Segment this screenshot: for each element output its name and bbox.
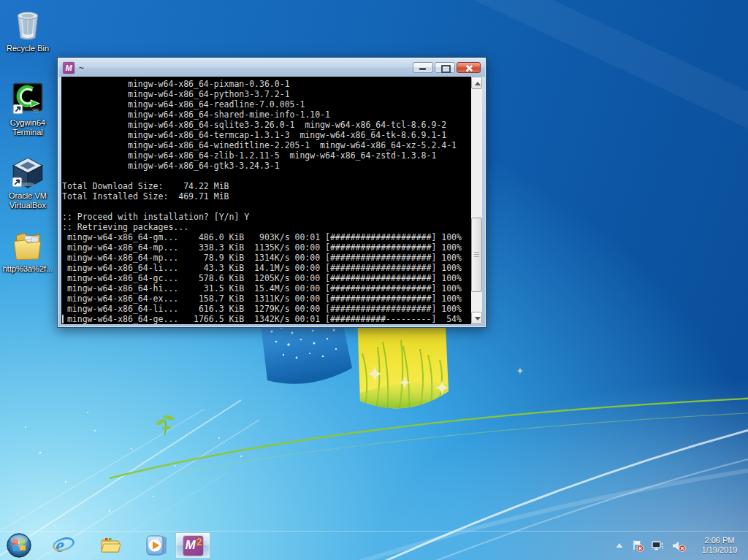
minimize-button[interactable] (413, 62, 433, 73)
start-button[interactable] (6, 532, 32, 559)
volume-muted-icon[interactable] (671, 540, 686, 552)
clock-date: 1/19/2019 (697, 545, 742, 555)
desktop-icon-label: http%3a%2f... (1, 264, 55, 274)
msys2-icon: M2 (183, 536, 203, 556)
terminal-cursor (62, 315, 64, 323)
desktop-icon-recycle-bin[interactable]: Recycle Bin (1, 6, 55, 53)
maximize-button[interactable] (435, 62, 455, 73)
desktop-icon-http-folder[interactable]: http%3a%2f... (1, 226, 55, 274)
clock-time: 2:06 PM (697, 536, 742, 545)
taskbar-media-player-button[interactable] (137, 531, 177, 560)
down-arrow-icon (475, 317, 481, 321)
close-button[interactable] (457, 62, 481, 73)
terminal-client-area: mingw-w64-x86_64-pixman-0.36.0-1 mingw-w… (61, 77, 482, 324)
virtualbox-icon (9, 153, 46, 190)
terminal-output[interactable]: mingw-w64-x86_64-pixman-0.36.0-1 mingw-w… (61, 77, 471, 324)
internet-explorer-icon: e (52, 534, 75, 557)
taskbar-clock[interactable]: 2:06 PM 1/19/2019 (692, 536, 742, 555)
terminal-scrollbar[interactable] (471, 77, 482, 324)
explorer-folder-icon (99, 534, 122, 557)
network-icon[interactable] (651, 540, 665, 552)
show-hidden-icons-button[interactable] (614, 541, 625, 550)
window-title: ~ (79, 63, 84, 73)
cygwin-terminal-icon (9, 80, 46, 117)
wallpaper-leaf-sprig (156, 414, 175, 435)
taskbar-msys2-button[interactable]: M2 (175, 532, 210, 559)
wallpaper-sparkle-dots (25, 412, 242, 526)
terminal-window: M ~ mingw-w64-x86_64-pixman-0.36.0-1 min… (57, 57, 486, 328)
up-arrow-icon (475, 82, 481, 85)
wallpaper-green-vine (110, 398, 748, 478)
taskbar: e M2 (0, 531, 748, 560)
folder-icon (9, 226, 46, 263)
recycle-bin-icon (9, 6, 46, 42)
desktop-icon-label: Oracle VM VirtualBox (1, 191, 55, 210)
system-tray: 2:06 PM 1/19/2019 (614, 531, 748, 560)
close-icon (457, 63, 480, 72)
svg-text:e: e (56, 534, 64, 556)
media-player-icon (145, 534, 169, 557)
taskbar-internet-explorer-button[interactable]: e (44, 531, 83, 560)
terminal-titlebar[interactable]: M ~ (58, 58, 485, 77)
msys2-window-icon: M (63, 62, 75, 74)
action-center-icon[interactable] (631, 540, 644, 552)
desktop-icon-cygwin-terminal[interactable]: Cygwin64 Terminal (1, 80, 55, 137)
wallpaper-flag-blue-pane (261, 318, 352, 384)
desktop-icon-label: Recycle Bin (1, 44, 55, 53)
desktop-icon-label: Cygwin64 Terminal (1, 118, 55, 137)
windows-start-orb-icon (6, 532, 32, 559)
scroll-down-button[interactable] (471, 312, 482, 324)
wallpaper-sparkle-flowers (367, 366, 524, 395)
scroll-up-button[interactable] (471, 77, 482, 89)
taskbar-explorer-button[interactable] (91, 531, 130, 560)
desktop-icon-virtualbox[interactable]: Oracle VM VirtualBox (1, 153, 55, 210)
maximize-icon (441, 65, 451, 73)
scrollbar-thumb[interactable] (471, 218, 482, 292)
minimize-icon (419, 68, 426, 70)
scrollbar-grip-icon (474, 252, 479, 258)
